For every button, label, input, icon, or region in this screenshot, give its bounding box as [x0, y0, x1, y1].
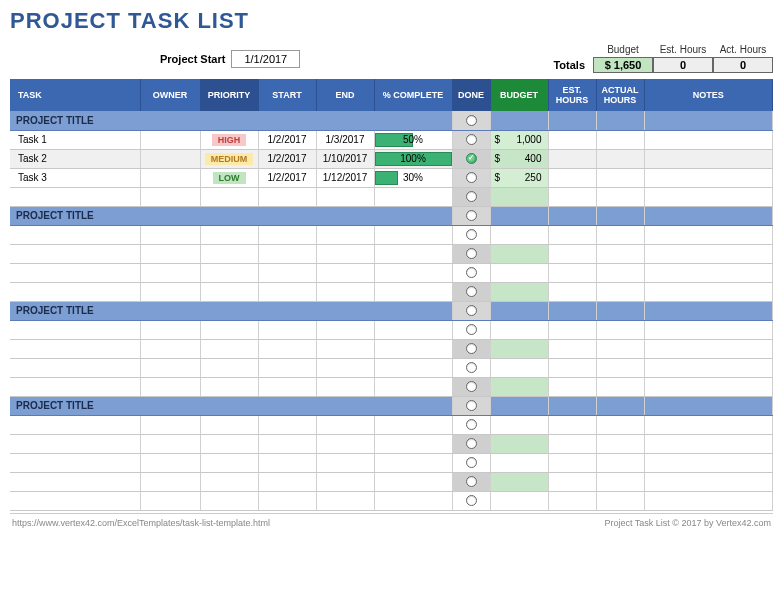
cell[interactable] [644, 187, 773, 206]
end-cell[interactable]: 1/12/2017 [316, 168, 374, 187]
radio-icon[interactable] [466, 115, 477, 126]
cell[interactable] [200, 263, 258, 282]
cell[interactable] [596, 244, 644, 263]
cell[interactable] [140, 339, 200, 358]
cell[interactable] [452, 358, 490, 377]
cell[interactable] [140, 187, 200, 206]
cell[interactable] [316, 339, 374, 358]
cell[interactable] [200, 358, 258, 377]
cell[interactable] [140, 453, 200, 472]
cell[interactable] [548, 415, 596, 434]
priority-cell[interactable]: LOW [200, 168, 258, 187]
cell[interactable] [490, 244, 548, 263]
cell[interactable] [374, 282, 452, 301]
radio-icon[interactable] [466, 495, 477, 506]
radio-icon[interactable] [466, 229, 477, 240]
owner-cell[interactable] [140, 168, 200, 187]
act-cell[interactable] [596, 130, 644, 149]
cell[interactable] [490, 320, 548, 339]
cell[interactable] [258, 472, 316, 491]
radio-icon[interactable] [466, 419, 477, 430]
cell[interactable] [644, 358, 773, 377]
cell[interactable] [374, 187, 452, 206]
cell[interactable] [10, 339, 140, 358]
cell[interactable] [140, 472, 200, 491]
task-name[interactable]: Task 3 [10, 168, 140, 187]
radio-icon[interactable] [466, 248, 477, 259]
priority-cell[interactable]: MEDIUM [200, 149, 258, 168]
cell[interactable] [374, 339, 452, 358]
cell[interactable] [452, 320, 490, 339]
cell[interactable] [374, 244, 452, 263]
cell[interactable] [140, 282, 200, 301]
radio-icon[interactable] [466, 457, 477, 468]
cell[interactable] [490, 282, 548, 301]
cell[interactable] [596, 377, 644, 396]
cell[interactable] [140, 225, 200, 244]
cell[interactable] [548, 377, 596, 396]
cell[interactable] [548, 491, 596, 510]
cell[interactable] [258, 282, 316, 301]
cell[interactable] [316, 358, 374, 377]
cell[interactable] [200, 491, 258, 510]
cell[interactable] [10, 453, 140, 472]
cell[interactable] [596, 415, 644, 434]
cell[interactable] [490, 225, 548, 244]
cell[interactable] [258, 225, 316, 244]
cell[interactable] [644, 320, 773, 339]
end-cell[interactable]: 1/10/2017 [316, 149, 374, 168]
cell[interactable] [140, 415, 200, 434]
done-cell[interactable] [452, 149, 490, 168]
cell[interactable] [490, 187, 548, 206]
radio-icon[interactable] [466, 286, 477, 297]
cell[interactable] [140, 434, 200, 453]
cell[interactable] [452, 415, 490, 434]
cell[interactable] [490, 339, 548, 358]
cell[interactable] [258, 339, 316, 358]
cell[interactable] [596, 263, 644, 282]
cell[interactable] [316, 263, 374, 282]
cell[interactable] [258, 434, 316, 453]
cell[interactable] [644, 339, 773, 358]
radio-icon[interactable] [466, 362, 477, 373]
cell[interactable] [548, 320, 596, 339]
done-cell[interactable] [452, 130, 490, 149]
cell[interactable] [548, 472, 596, 491]
cell[interactable] [10, 263, 140, 282]
budget-cell[interactable]: $1,000 [490, 130, 548, 149]
radio-icon[interactable] [466, 381, 477, 392]
budget-cell[interactable]: $250 [490, 168, 548, 187]
est-cell[interactable] [548, 149, 596, 168]
cell[interactable] [140, 263, 200, 282]
cell[interactable] [490, 263, 548, 282]
cell[interactable] [452, 282, 490, 301]
cell[interactable] [452, 263, 490, 282]
radio-icon[interactable] [466, 305, 477, 316]
cell[interactable] [10, 377, 140, 396]
pct-cell[interactable]: 100% [374, 149, 452, 168]
project-start-value[interactable]: 1/1/2017 [231, 50, 300, 68]
cell[interactable] [596, 472, 644, 491]
cell[interactable] [596, 187, 644, 206]
task-name[interactable]: Task 2 [10, 149, 140, 168]
cell[interactable] [452, 491, 490, 510]
pct-cell[interactable]: 30% [374, 168, 452, 187]
cell[interactable] [316, 187, 374, 206]
done-cell[interactable] [452, 301, 490, 320]
cell[interactable] [200, 339, 258, 358]
cell[interactable] [548, 263, 596, 282]
cell[interactable] [140, 244, 200, 263]
done-cell[interactable] [452, 396, 490, 415]
cell[interactable] [548, 244, 596, 263]
cell[interactable] [200, 244, 258, 263]
cell[interactable] [10, 434, 140, 453]
cell[interactable] [374, 453, 452, 472]
cell[interactable] [452, 377, 490, 396]
est-cell[interactable] [548, 130, 596, 149]
cell[interactable] [140, 358, 200, 377]
owner-cell[interactable] [140, 149, 200, 168]
cell[interactable] [374, 415, 452, 434]
cell[interactable] [548, 339, 596, 358]
cell[interactable] [200, 472, 258, 491]
cell[interactable] [490, 415, 548, 434]
